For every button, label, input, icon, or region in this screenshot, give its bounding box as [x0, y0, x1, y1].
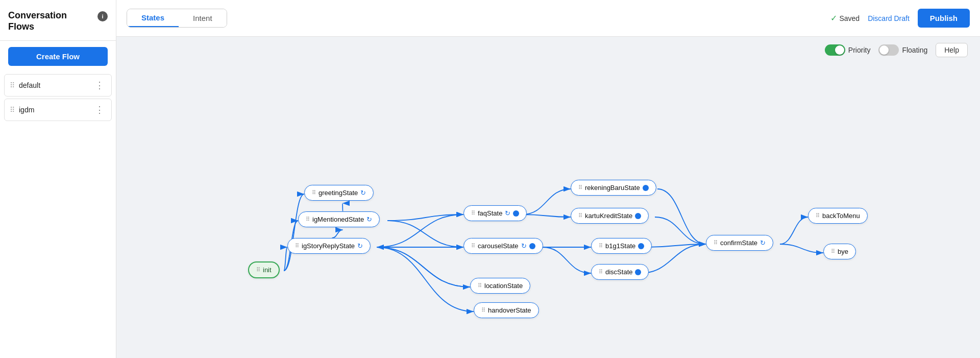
- topbar: States Intent ✓ Saved Discard Draft Publ…: [116, 0, 980, 37]
- node-label: backToMenu: [822, 212, 860, 220]
- saved-checkmark-icon: ✓: [830, 13, 837, 23]
- floating-toggle-knob: [879, 45, 889, 55]
- publish-button[interactable]: Publish: [918, 9, 970, 28]
- saved-status: ✓ Saved: [830, 13, 860, 23]
- node-label: handoverState: [488, 306, 531, 314]
- topbar-right: ✓ Saved Discard Draft Publish: [830, 9, 970, 28]
- node-kartuKreditState[interactable]: ⠿kartuKreditState: [571, 208, 649, 224]
- refresh-icon: ↻: [360, 189, 366, 197]
- node-label: bye: [838, 248, 848, 255]
- node-carouselState[interactable]: ⠿carouselState↻: [463, 238, 543, 254]
- node-label: b1g1State: [605, 242, 635, 250]
- end-dot: [643, 185, 649, 191]
- more-icon[interactable]: ⋮: [93, 79, 106, 92]
- floating-toggle-group: Floating: [878, 44, 927, 56]
- node-greetingState[interactable]: ⠿greetingState↻: [304, 185, 374, 201]
- refresh-icon: ↻: [357, 242, 363, 250]
- help-button[interactable]: Help: [936, 43, 968, 57]
- tab-states[interactable]: States: [127, 9, 179, 27]
- end-dot: [513, 210, 519, 217]
- node-discState[interactable]: ⠿discState: [591, 264, 649, 280]
- end-dot: [635, 269, 641, 275]
- node-drag-icon: ⠿: [471, 243, 475, 249]
- node-drag-icon: ⠿: [478, 282, 482, 289]
- flow-name: default: [19, 81, 93, 89]
- refresh-icon: ↻: [760, 239, 766, 247]
- sidebar-header: Conversation Flows i: [0, 0, 116, 41]
- canvas-toolbar: Priority Floating Help: [116, 37, 980, 57]
- drag-icon: ⠿: [10, 106, 15, 114]
- priority-toggle-group: Priority: [825, 44, 871, 56]
- node-label: init: [263, 266, 272, 274]
- priority-toggle-knob: [835, 45, 844, 55]
- tab-intent[interactable]: Intent: [179, 9, 227, 27]
- drag-icon: ⠿: [10, 81, 15, 89]
- node-drag-icon: ⠿: [295, 243, 299, 249]
- node-label: discState: [605, 268, 632, 276]
- node-igMentionedState[interactable]: ⠿igMentionedState↻: [298, 211, 380, 227]
- node-drag-icon: ⠿: [714, 240, 718, 246]
- node-label: carouselState: [478, 242, 519, 250]
- node-handoverState[interactable]: ⠿handoverState: [474, 302, 539, 318]
- flow-list: ⠿ default ⋮ ⠿ igdm ⋮: [0, 72, 116, 123]
- node-label: rekeningBaruState: [585, 184, 640, 192]
- node-confirmState[interactable]: ⠿confirmState↻: [706, 235, 773, 251]
- refresh-icon: ↻: [366, 216, 372, 223]
- node-drag-icon: ⠿: [312, 189, 316, 196]
- end-dot: [638, 243, 644, 249]
- node-label: igMentionedState: [312, 216, 364, 223]
- node-drag-icon: ⠿: [471, 210, 475, 217]
- floating-toggle[interactable]: [878, 44, 899, 56]
- node-init[interactable]: ⠿init: [248, 261, 280, 278]
- tab-group: States Intent: [127, 9, 227, 28]
- end-dot: [635, 213, 641, 219]
- node-backToMenu[interactable]: ⠿backToMenu: [808, 208, 868, 224]
- info-icon: i: [97, 11, 108, 21]
- priority-label: Priority: [848, 46, 871, 54]
- priority-toggle[interactable]: [825, 44, 845, 56]
- node-rekeningBaruState[interactable]: ⠿rekeningBaruState: [571, 180, 656, 196]
- node-label: kartuKreditState: [585, 212, 632, 220]
- discard-draft-button[interactable]: Discard Draft: [868, 14, 910, 22]
- node-faqState[interactable]: ⠿faqState↻: [463, 205, 527, 221]
- create-flow-button[interactable]: Create Flow: [8, 47, 108, 66]
- refresh-icon: ↻: [505, 209, 510, 217]
- node-b1g1State[interactable]: ⠿b1g1State: [591, 238, 652, 254]
- node-drag-icon: ⠿: [816, 212, 820, 219]
- node-drag-icon: ⠿: [578, 184, 582, 191]
- main-area: States Intent ✓ Saved Discard Draft Publ…: [116, 0, 980, 358]
- node-label: faqState: [478, 209, 502, 217]
- node-drag-icon: ⠿: [256, 267, 260, 273]
- end-dot: [529, 243, 535, 249]
- flow-name: igdm: [19, 106, 93, 114]
- node-label: greetingState: [318, 189, 358, 197]
- floating-label: Floating: [902, 46, 927, 54]
- node-bye[interactable]: ⠿bye: [823, 244, 856, 259]
- node-label: confirmState: [720, 239, 757, 247]
- node-label: igStoryReplyState: [302, 242, 355, 250]
- node-label: locationState: [484, 282, 523, 290]
- sidebar: Conversation Flows i Create Flow ⠿ defau…: [0, 0, 116, 358]
- node-drag-icon: ⠿: [831, 248, 835, 255]
- flow-canvas: ⠿init⠿greetingState↻⠿igMentionedState↻⠿i…: [116, 57, 980, 358]
- node-drag-icon: ⠿: [578, 212, 582, 219]
- node-drag-icon: ⠿: [306, 216, 310, 223]
- node-drag-icon: ⠿: [599, 243, 603, 249]
- sidebar-title: Conversation Flows: [8, 10, 93, 32]
- node-drag-icon: ⠿: [599, 269, 603, 275]
- more-icon[interactable]: ⋮: [93, 103, 106, 116]
- node-locationState[interactable]: ⠿locationState: [470, 278, 530, 294]
- saved-label: Saved: [839, 14, 860, 22]
- node-drag-icon: ⠿: [481, 307, 485, 314]
- flow-item-default[interactable]: ⠿ default ⋮: [4, 74, 112, 97]
- refresh-icon: ↻: [521, 242, 527, 250]
- node-igStoryReplyState[interactable]: ⠿igStoryReplyState↻: [287, 238, 371, 254]
- flow-item-igdm[interactable]: ⠿ igdm ⋮: [4, 99, 112, 121]
